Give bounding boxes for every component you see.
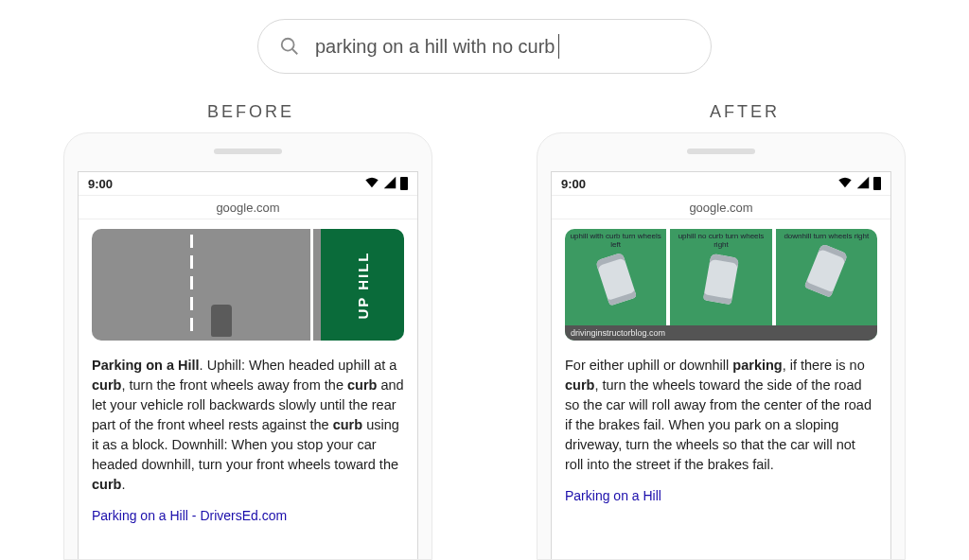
image-source-label: drivinginstructorblog.com	[565, 325, 877, 341]
wifi-icon	[364, 176, 379, 192]
result-image[interactable]: uphill with curb turn wheels left uphill…	[565, 229, 877, 341]
url-bar[interactable]: google.com	[552, 195, 890, 219]
url-text: google.com	[689, 201, 752, 215]
phone-screen: 9:00 google.com	[78, 171, 418, 560]
car-icon	[595, 252, 637, 306]
car-icon	[703, 253, 739, 304]
search-input[interactable]: parking on a hill with no curb	[315, 34, 559, 59]
cellular-icon	[382, 176, 397, 192]
result-link[interactable]: Parking on a Hill - DriversEd.com	[92, 508, 404, 523]
text-caret	[558, 34, 559, 59]
status-bar: 9:00	[552, 172, 890, 195]
phone-speaker	[214, 149, 282, 154]
search-icon	[279, 36, 300, 57]
status-time: 9:00	[88, 177, 113, 191]
result-content: UP HILL Parking on a Hill. Uphill: When …	[79, 219, 417, 523]
status-icons	[837, 176, 881, 192]
svg-line-1	[292, 49, 298, 55]
comparison-stage: 9:00 google.com	[0, 132, 969, 560]
car-icon	[804, 243, 849, 298]
result-snippet: Parking on a Hill. Uphill: When headed u…	[92, 356, 404, 495]
status-bar: 9:00	[79, 172, 417, 195]
result-content: uphill with curb turn wheels left uphill…	[552, 219, 890, 503]
wifi-icon	[837, 176, 853, 192]
uphill-label: UP HILL	[355, 251, 371, 319]
result-link[interactable]: Parking on a Hill	[565, 488, 877, 503]
phone-speaker	[687, 149, 755, 154]
pane-1: uphill with curb turn wheels left	[565, 229, 666, 341]
url-bar[interactable]: google.com	[79, 195, 417, 219]
grass-strip: UP HILL	[321, 229, 404, 341]
result-snippet: For either uphill or downhill parking, i…	[565, 356, 877, 475]
search-query-text: parking on a hill with no curb	[315, 36, 555, 58]
pane-caption: uphill no curb turn wheels right	[670, 233, 771, 250]
battery-icon	[873, 177, 881, 190]
car-icon	[211, 305, 232, 337]
svg-point-0	[282, 39, 294, 51]
battery-icon	[400, 177, 408, 190]
phone-mock-after: 9:00 google.com uphill with cur	[537, 132, 906, 560]
result-image[interactable]: UP HILL	[92, 229, 404, 341]
url-text: google.com	[216, 201, 279, 215]
status-icons	[364, 176, 408, 192]
phone-mock-before: 9:00 google.com	[63, 132, 432, 560]
pane-caption: downhill turn wheels right	[784, 233, 869, 241]
pane-2: uphill no curb turn wheels right	[670, 229, 771, 341]
search-bar[interactable]: parking on a hill with no curb	[257, 19, 712, 74]
before-label: BEFORE	[207, 102, 294, 122]
cellular-icon	[855, 176, 871, 192]
pane-3: downhill turn wheels right	[776, 229, 877, 341]
road-graphic	[92, 229, 321, 341]
status-time: 9:00	[561, 177, 586, 191]
phone-screen: 9:00 google.com uphill with cur	[551, 171, 891, 560]
pane-caption: uphill with curb turn wheels left	[565, 233, 666, 250]
after-label: AFTER	[710, 102, 780, 122]
